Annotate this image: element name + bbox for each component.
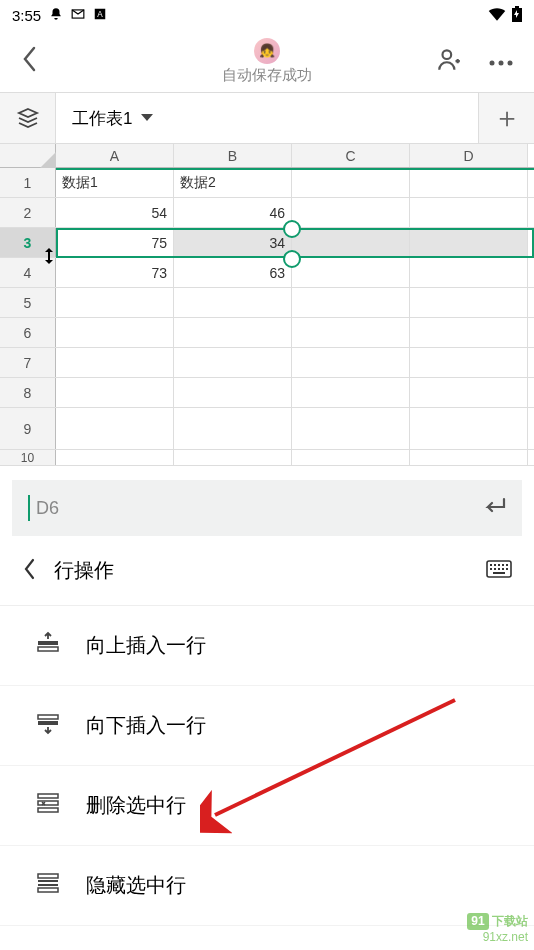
cell[interactable]: [292, 408, 410, 449]
row-header[interactable]: 6: [0, 318, 56, 347]
cell[interactable]: 63: [174, 258, 292, 287]
layers-button[interactable]: [0, 93, 56, 143]
cell[interactable]: [292, 318, 410, 347]
row-5: 5: [0, 288, 534, 318]
row-4: 4 73 63: [0, 258, 534, 288]
menu-delete-row[interactable]: 删除选中行: [0, 766, 534, 846]
col-header-b[interactable]: B: [174, 144, 292, 167]
menu-hide-row[interactable]: 隐藏选中行: [0, 846, 534, 926]
cell[interactable]: [56, 348, 174, 377]
row-header[interactable]: 2: [0, 198, 56, 227]
panel-title: 行操作: [54, 557, 114, 584]
cell[interactable]: [174, 378, 292, 407]
cell[interactable]: [174, 450, 292, 465]
insert-below-icon: [36, 711, 64, 740]
formula-bar[interactable]: D6: [12, 480, 522, 536]
status-bar: 3:55 A: [0, 0, 534, 30]
cell[interactable]: [292, 228, 410, 257]
sheet-name: 工作表1: [72, 107, 132, 130]
cell[interactable]: 数据1: [56, 168, 174, 197]
svg-rect-24: [38, 721, 58, 725]
col-header-a[interactable]: A: [56, 144, 174, 167]
col-header-d[interactable]: D: [410, 144, 528, 167]
cell[interactable]: [174, 288, 292, 317]
svg-rect-27: [38, 808, 58, 812]
svg-rect-17: [498, 568, 500, 570]
enter-button[interactable]: [482, 496, 506, 520]
back-button[interactable]: [20, 44, 38, 78]
row-header[interactable]: 8: [0, 378, 56, 407]
cell[interactable]: [292, 348, 410, 377]
row-header[interactable]: 7: [0, 348, 56, 377]
row-header[interactable]: 10: [0, 450, 56, 465]
cell[interactable]: [410, 258, 528, 287]
save-status: 自动保存成功: [222, 66, 312, 85]
menu-insert-row-below[interactable]: 向下插入一行: [0, 686, 534, 766]
row-header[interactable]: 5: [0, 288, 56, 317]
selection-handle-bottom[interactable]: [283, 250, 301, 268]
select-all-corner[interactable]: [0, 144, 56, 167]
cell[interactable]: [56, 378, 174, 407]
panel-back-button[interactable]: [22, 557, 36, 585]
dropdown-icon: [140, 108, 154, 128]
cell[interactable]: 73: [56, 258, 174, 287]
cell[interactable]: [56, 408, 174, 449]
battery-icon: [512, 6, 522, 25]
row-7: 7: [0, 348, 534, 378]
menu-label: 向下插入一行: [86, 712, 206, 739]
cell[interactable]: [410, 318, 528, 347]
cell[interactable]: 54: [56, 198, 174, 227]
more-button[interactable]: [488, 52, 514, 70]
svg-rect-10: [490, 564, 492, 566]
row-6: 6: [0, 318, 534, 348]
row-resize-handle[interactable]: [40, 247, 58, 270]
avatar[interactable]: 👧: [254, 38, 280, 64]
cell[interactable]: [292, 450, 410, 465]
cell[interactable]: [292, 168, 410, 197]
cell[interactable]: 数据2: [174, 168, 292, 197]
keyboard-button[interactable]: [486, 560, 512, 582]
cell[interactable]: [410, 378, 528, 407]
cell[interactable]: 75: [56, 228, 174, 257]
cell[interactable]: [410, 408, 528, 449]
wifi-icon: [488, 7, 506, 24]
cell[interactable]: [56, 450, 174, 465]
col-header-c[interactable]: C: [292, 144, 410, 167]
menu-insert-row-above[interactable]: 向上插入一行: [0, 606, 534, 686]
svg-rect-15: [490, 568, 492, 570]
add-button[interactable]: ＋: [478, 93, 534, 143]
cell[interactable]: 34: [174, 228, 292, 257]
hide-row-icon: [36, 871, 64, 900]
cell[interactable]: [292, 198, 410, 227]
cell[interactable]: [174, 408, 292, 449]
spreadsheet-grid[interactable]: A B C D 1 数据1 数据2 2 54 46 3 75 34 4 73 6…: [0, 144, 534, 466]
svg-rect-19: [506, 568, 508, 570]
cell[interactable]: [292, 288, 410, 317]
cell[interactable]: [410, 168, 528, 197]
svg-rect-28: [38, 874, 58, 878]
row-header[interactable]: 9: [0, 408, 56, 449]
cell[interactable]: [56, 288, 174, 317]
cell[interactable]: [56, 318, 174, 347]
cell[interactable]: [174, 348, 292, 377]
row-3-selected: 3 75 34: [0, 228, 534, 258]
row-header[interactable]: 1: [0, 168, 56, 197]
cell[interactable]: 46: [174, 198, 292, 227]
row-10: 10: [0, 450, 534, 466]
cell[interactable]: [174, 318, 292, 347]
svg-rect-26: [38, 801, 58, 805]
notif-mail-icon: [71, 7, 85, 24]
add-user-button[interactable]: [436, 46, 462, 76]
cell[interactable]: [410, 450, 528, 465]
cell[interactable]: [292, 258, 410, 287]
cell[interactable]: [410, 228, 528, 257]
sheet-tab[interactable]: 工作表1: [56, 93, 478, 143]
cell[interactable]: [410, 198, 528, 227]
cell[interactable]: [292, 378, 410, 407]
cell[interactable]: [410, 288, 528, 317]
svg-point-8: [508, 61, 513, 66]
menu-label: 删除选中行: [86, 792, 186, 819]
cell[interactable]: [410, 348, 528, 377]
cursor: [28, 495, 30, 521]
selection-handle-top[interactable]: [283, 220, 301, 238]
